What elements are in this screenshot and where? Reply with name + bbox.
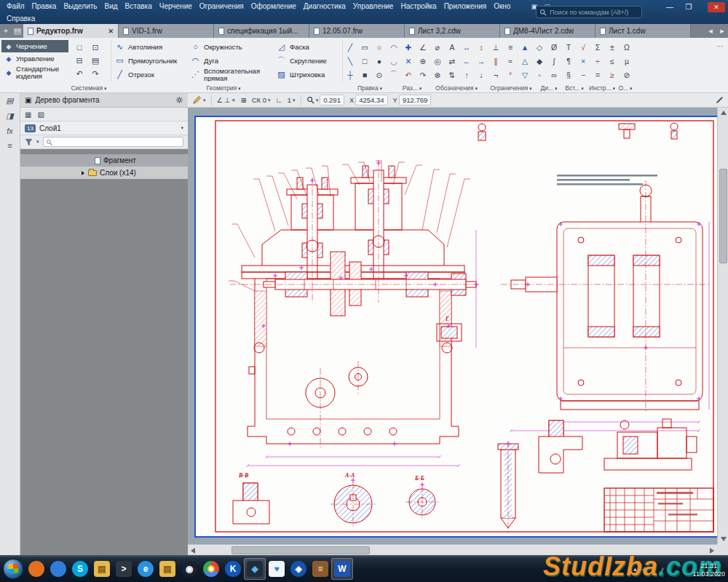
ribbon-tool-icon[interactable]: ⇅ [445, 68, 459, 81]
ribbon-tool-icon[interactable]: Σ [590, 40, 605, 54]
draw-panel-icon[interactable]: ◨ [6, 111, 13, 121]
ribbon-tool-icon[interactable]: ¶ [561, 54, 576, 68]
ribbon-section-label[interactable]: Ограничения [486, 84, 536, 92]
chevron-down-icon[interactable]: ▾ [36, 139, 39, 145]
gear-icon[interactable] [175, 96, 183, 104]
vertical-scroll-thumb[interactable] [719, 169, 727, 263]
document-tab[interactable]: Редуктор.frw ✕ [23, 24, 119, 38]
menu-item[interactable]: Приложения [440, 0, 491, 12]
ribbon-tool-icon[interactable]: ↓ [474, 68, 488, 81]
drawing-canvas[interactable]: В-В А-А Б-Б Г [188, 108, 728, 555]
navigator-icon[interactable]: ◈ [288, 558, 309, 580]
tree-node-fragment[interactable]: Фрагмент [20, 154, 188, 167]
ribbon-tool-icon[interactable]: ✚ [401, 40, 416, 54]
menu-item[interactable]: Выделить [60, 0, 100, 12]
ribbon-tool-icon[interactable]: ± [605, 40, 620, 54]
ribbon-tool-icon[interactable]: − [576, 68, 590, 81]
ribbon-section-label[interactable]: Раз... [397, 84, 427, 92]
tree-toolbar-icon[interactable]: ▧ [37, 111, 44, 119]
segment-tool[interactable]: ╱ Отрезок [114, 68, 190, 81]
ribbon-tool-icon[interactable]: ° [503, 68, 518, 81]
ribbon-tool-icon[interactable]: ○ [372, 40, 387, 54]
ribbon-tool-icon[interactable]: Ω [620, 40, 634, 54]
ribbon-tool-icon[interactable]: ⊘ [620, 68, 634, 81]
command-search[interactable] [536, 6, 642, 18]
arc-tool[interactable]: ◠ Дуга [190, 54, 276, 68]
ribbon-tool-icon[interactable]: ∥ [488, 54, 503, 68]
grid-toggle-icon[interactable]: ⊞ [241, 96, 247, 104]
ribbon-tool-icon[interactable]: ▲ [518, 40, 532, 54]
ribbon-tool-icon[interactable]: ▭ [357, 40, 372, 54]
menu-item[interactable]: Настройка [397, 0, 440, 12]
document-tab[interactable]: спецификация 1ый... ✕ [214, 24, 309, 38]
print-icon[interactable]: ▤ [87, 54, 103, 67]
ribbon-tool-icon[interactable]: ↕ [474, 40, 488, 54]
ribbon-tool-icon[interactable]: ▫ [532, 68, 547, 81]
mail-app-icon[interactable] [47, 558, 69, 580]
library-icon[interactable]: ≡ [309, 558, 331, 580]
new-tab-button[interactable]: + [0, 24, 12, 38]
ribbon-tool-icon[interactable]: ▽ [518, 68, 532, 81]
variables-icon[interactable]: fx [7, 127, 13, 135]
pen-button[interactable] [716, 96, 724, 104]
ribbon-tool-icon[interactable]: ↑ [459, 68, 474, 81]
tab-scroll-right-icon[interactable]: ▸ [716, 24, 728, 38]
ribbon-section-label[interactable]: Ди... [536, 84, 562, 92]
ortho-icon[interactable]: ∟ [276, 96, 282, 104]
ribbon-tool-icon[interactable]: ≥ [605, 68, 620, 81]
tab-close-icon[interactable]: ✕ [108, 28, 114, 35]
menu-item[interactable]: Управление [349, 0, 397, 12]
ribbon-tool-icon[interactable]: § [561, 68, 576, 81]
ribbon-tool-icon[interactable]: ∠ [416, 40, 430, 54]
menu-item[interactable]: Вид [101, 0, 122, 12]
ribbon-section-label[interactable]: Правка [342, 84, 397, 92]
console-icon[interactable]: > [113, 558, 135, 580]
scroll-up-icon[interactable] [721, 111, 727, 115]
ribbon-tool-icon[interactable]: ÷ [590, 54, 605, 68]
maximize-button[interactable]: ❐ [681, 2, 696, 12]
ribbon-section-label[interactable]: О... [617, 84, 633, 92]
menu-item[interactable]: Правка [28, 0, 60, 12]
scroll-down-icon[interactable] [721, 537, 727, 541]
word-icon[interactable]: W [331, 558, 353, 580]
scroll-left-icon[interactable] [191, 548, 195, 554]
ribbon-tool-icon[interactable]: × [576, 54, 590, 68]
style-button[interactable]: ▾ [192, 95, 206, 105]
steam-icon[interactable]: ◉ [178, 558, 200, 580]
kompas-app-icon[interactable]: ◆ [244, 558, 266, 580]
ribbon-tool-icon[interactable]: = [590, 68, 605, 81]
firefox-icon[interactable] [25, 558, 47, 580]
menu-item[interactable]: Файл [3, 0, 28, 12]
ribbon-tool-icon[interactable]: ◆ [532, 54, 547, 68]
ribbon-tool-icon[interactable]: ≈ [503, 54, 518, 68]
ribbon-tool-icon[interactable]: ╱ [343, 40, 357, 54]
save-icon[interactable]: ⊟ [71, 54, 87, 67]
ribbon-section-label[interactable]: Обозначения [427, 84, 486, 92]
ribbon-overflow-icon[interactable]: ⋯ [716, 42, 724, 50]
kompas-sphere-icon[interactable]: K [222, 558, 244, 580]
tab-list-button[interactable]: ▤ [12, 24, 23, 38]
search-input[interactable] [550, 9, 638, 16]
fillet-tool[interactable]: ⌒ Скругление [276, 54, 337, 68]
ribbon-tool-icon[interactable]: ⌀ [430, 40, 445, 54]
undo-icon[interactable]: ↶ [71, 67, 87, 80]
ribbon-tool-icon[interactable]: ↶ [401, 68, 416, 81]
tree-node-layers[interactable]: Слои (x14) [20, 167, 188, 179]
tree-panel-icon[interactable]: ▤ [6, 96, 13, 105]
ribbon-tool-icon[interactable]: ↔ [459, 40, 474, 54]
ribbon-section-label[interactable]: Инстр... [587, 84, 617, 92]
ribbon-tool-icon[interactable]: ¬ [488, 68, 503, 81]
ie-icon[interactable]: e [135, 558, 157, 580]
snap-icon[interactable]: ∠ [217, 96, 223, 104]
ribbon-tool-icon[interactable]: ⊥ [488, 40, 503, 54]
tree-search-input[interactable] [55, 138, 181, 146]
ribbon-section-label[interactable]: Вст... [562, 84, 587, 92]
ribbon-tool-icon[interactable]: ◇ [532, 40, 547, 54]
tree-search[interactable] [43, 137, 183, 147]
hatch-tool[interactable]: ▨ Штриховка [276, 68, 337, 81]
ribbon-tool-icon[interactable]: ↷ [416, 68, 430, 81]
ribbon-tool-icon[interactable]: ◡ [387, 54, 401, 68]
document-tab[interactable]: VID-1.frw ✕ [119, 24, 214, 38]
circle-tool[interactable]: ○ Окружность [190, 40, 276, 54]
ribbon-tool-icon[interactable]: ⊗ [430, 68, 445, 81]
